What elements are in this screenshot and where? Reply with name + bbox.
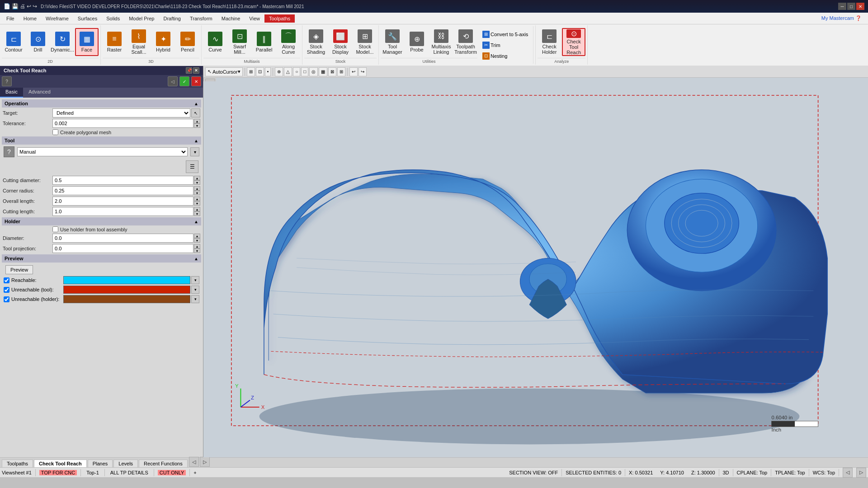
swarf-mill-button[interactable]: ⊡ Swarf Mill... [228, 28, 251, 56]
tolerance-down[interactable]: ▼ [194, 123, 200, 128]
menu-view[interactable]: View [245, 14, 264, 23]
tab-planes[interactable]: Planes [88, 460, 113, 467]
hybrid-button[interactable]: ✦ Hybrid [151, 28, 175, 56]
raster-button[interactable]: ≡ Raster [103, 28, 126, 56]
polygon-mesh-checkbox[interactable] [52, 129, 58, 135]
menu-machine[interactable]: Machine [217, 14, 245, 23]
holder-diameter-input[interactable] [52, 234, 193, 243]
tab-advanced[interactable]: Advanced [23, 88, 56, 98]
menu-transform[interactable]: Transform [185, 14, 217, 23]
vp-tool2[interactable]: △ [284, 67, 292, 76]
tool-list-button[interactable]: ☰ [186, 160, 198, 173]
use-holder-checkbox[interactable] [52, 226, 58, 232]
close-button[interactable]: ✕ [856, 3, 864, 10]
stock-model-button[interactable]: ⊞ Stock Model... [353, 28, 377, 56]
trim-button[interactable]: ✂ Trim [479, 40, 531, 50]
parallel-button[interactable]: ∥ Parallel [252, 28, 276, 56]
status-nav-next[interactable]: ▷ [856, 468, 866, 478]
ok-button[interactable]: ✓ [179, 76, 189, 86]
cutting-diameter-down[interactable]: ▼ [194, 180, 200, 185]
panel-close-button[interactable]: ✕ [193, 67, 199, 74]
tool-section-header[interactable]: Tool ▲ [2, 136, 201, 145]
vp-tool4[interactable]: □ [301, 67, 308, 76]
target-pick-button[interactable]: ↖ [191, 108, 200, 117]
tool-expand-button[interactable]: ▾ [190, 147, 199, 156]
overall-length-down[interactable]: ▼ [194, 201, 200, 206]
stock-shading-button[interactable]: ◈ Stock Shading [304, 28, 328, 56]
undo-icon[interactable]: ↩ [27, 3, 31, 9]
pencil-button[interactable]: ✏ Pencil [176, 28, 199, 56]
overall-length-input[interactable] [52, 197, 193, 206]
cutting-length-input[interactable] [52, 207, 193, 216]
vp-tool1[interactable]: ⊕ [275, 67, 283, 76]
tab-basic[interactable]: Basic [0, 88, 23, 98]
add-view-button[interactable]: + [193, 470, 196, 475]
tolerance-input[interactable] [52, 119, 193, 128]
drill-button[interactable]: ⊙ Drill [26, 28, 50, 56]
menu-wireframe[interactable]: Wireframe [41, 14, 73, 23]
unreachable-holder-color-pick[interactable]: ▾ [191, 295, 199, 303]
unreachable-holder-checkbox[interactable] [4, 296, 9, 302]
menu-solids[interactable]: Solids [102, 14, 124, 23]
toolpath-transform-button[interactable]: ⟲ Toolpath Transform [454, 28, 477, 56]
tab-toolpaths[interactable]: Toolpaths [2, 460, 33, 467]
tool-projection-input[interactable] [52, 244, 193, 253]
tool-projection-down[interactable]: ▼ [194, 249, 200, 253]
equal-scallop-button[interactable]: ⌇ Equal Scall... [127, 28, 151, 56]
tabs-scroll-right[interactable]: ▷ [200, 457, 210, 467]
nesting-button[interactable]: ⊡ Nesting [479, 51, 531, 61]
stock-display-button[interactable]: ⬜ Stock Display [329, 28, 352, 56]
holder-diameter-down[interactable]: ▼ [194, 238, 200, 243]
menu-my-mastercam[interactable]: My Mastercam ❓ [817, 14, 866, 23]
vp-tool8[interactable]: ⊞ [337, 67, 345, 76]
menu-file[interactable]: File [2, 14, 19, 23]
vp-redo-button[interactable]: ↪ [359, 67, 367, 76]
minimize-button[interactable]: ─ [838, 3, 846, 10]
unreachable-tool-color-pick[interactable]: ▾ [191, 286, 199, 294]
check-holder-button[interactable]: ⊏ Check Holder [538, 28, 561, 56]
cutting-diameter-input[interactable] [52, 176, 193, 185]
tool-manager-button[interactable]: 🔧 Tool Manager [381, 28, 404, 56]
cutting-length-down[interactable]: ▼ [194, 211, 200, 216]
preview-button[interactable]: Preview [5, 265, 33, 274]
holder-section-header[interactable]: Holder ▲ [2, 217, 201, 225]
autocursor-button[interactable]: ↖ AutoCursor ▾ [205, 67, 243, 76]
cutting-length-up[interactable]: ▲ [194, 207, 200, 211]
corner-radius-up[interactable]: ▲ [194, 186, 200, 191]
reachable-color-pick[interactable]: ▾ [191, 276, 199, 284]
tool-projection-up[interactable]: ▲ [194, 244, 200, 249]
vp-tool3[interactable]: ○ [293, 67, 300, 76]
vp-tool7[interactable]: ⊠ [328, 67, 336, 76]
tab-check-tool-reach[interactable]: Check Tool Reach [34, 460, 87, 467]
preview-section-header[interactable]: Preview ▲ [2, 254, 201, 263]
curve-button[interactable]: ∿ Curve [203, 28, 227, 56]
operation-section-header[interactable]: Operation ▲ [2, 99, 201, 108]
check-tool-reach-button[interactable]: ⊙ Check Tool Reach [562, 28, 585, 56]
use-holder-label[interactable]: Use holder from tool assembly [60, 227, 127, 232]
menu-model-prep[interactable]: Model Prep [124, 14, 159, 23]
corner-radius-input[interactable] [52, 186, 193, 195]
dynamic-button[interactable]: ↻ Dynamic... [51, 28, 74, 56]
vp-point-button[interactable]: • [265, 67, 271, 76]
multiaxis-linking-button[interactable]: ⛓ Multiaxis Linking [429, 28, 453, 56]
vp-tool6[interactable]: ▦ [319, 67, 327, 76]
back-button[interactable]: ◁ [168, 76, 178, 86]
holder-diameter-up[interactable]: ▲ [194, 234, 200, 238]
redo-icon[interactable]: ↪ [33, 3, 37, 9]
probe-button[interactable]: ⊕ Probe [405, 28, 429, 56]
along-curve-button[interactable]: ⌒ Along Curve [277, 28, 300, 56]
menu-toolpaths[interactable]: Toolpaths [264, 14, 295, 23]
vp-select-button[interactable]: ⊡ [256, 67, 264, 76]
cutting-diameter-up[interactable]: ▲ [194, 176, 200, 180]
convert-5axis-button[interactable]: ⊞ Convert to 5-axis [479, 29, 531, 39]
unreachable-tool-checkbox[interactable] [4, 287, 9, 293]
tab-levels[interactable]: Levels [113, 460, 138, 467]
tab-recent-functions[interactable]: Recent Functions [139, 460, 188, 467]
face-button[interactable]: ▦ Face [75, 28, 99, 56]
tolerance-up[interactable]: ▲ [194, 119, 200, 123]
panel-pin-button[interactable]: 📌 [186, 67, 192, 74]
overall-length-up[interactable]: ▲ [194, 197, 200, 201]
vp-tool5[interactable]: ◎ [309, 67, 318, 76]
tabs-scroll-left[interactable]: ◁ [189, 457, 199, 467]
help-button[interactable]: ? [2, 76, 12, 86]
